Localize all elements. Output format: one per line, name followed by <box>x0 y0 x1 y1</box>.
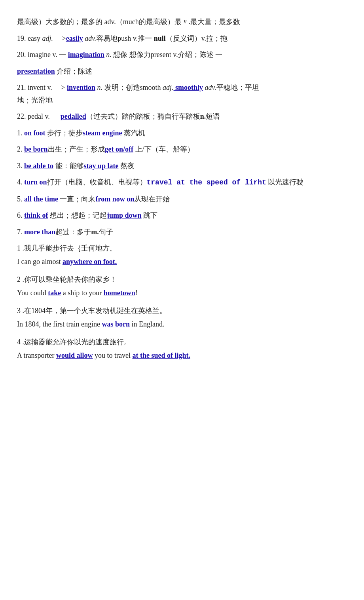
entry-num-20: 20. imagine v. 一 <box>17 51 68 59</box>
entry-adv-21: adv. <box>203 84 216 91</box>
entry-adj-21: adj. <box>163 84 174 91</box>
phrase-text-4b: 以光速行驶 <box>266 178 304 186</box>
sentence-2-en: You could take a ship to your hometown! <box>17 287 347 300</box>
entry-num-19: 19. easy <box>17 34 42 42</box>
s4-zh-text: 4 .运输器能允许你以光的速度旅行。 <box>17 338 131 346</box>
vocab-entry-19: 19. easy adj. —>easily adv.容易地push v.推一 … <box>17 32 347 45</box>
s1-en-pre: I can go almost <box>17 258 63 266</box>
vocab-entry-22: 22. pedal v. — pedalled（过去式）踏的踏板；骑自行车踏板n… <box>17 110 347 123</box>
phrase-turn-on: turn on <box>24 178 47 186</box>
entry-pedalled: pedalled <box>61 112 86 120</box>
entry-num-21: 21. invent v. —> <box>17 84 67 91</box>
phrase-num-7: 7. <box>17 228 24 236</box>
phrase-entry-1: 1. on foot 步行；徒步steam engine 蒸汽机 <box>17 127 347 140</box>
sentence-3-zh: 3 .在1804年，第一个火车发动机诞生在英格兰。 <box>17 305 347 317</box>
entry-text-presentation: 介绍；陈述 <box>55 67 93 75</box>
entry-n-21: n. <box>95 84 102 91</box>
vocab-entry-20: 20. imagine v. 一 imagination n. 想像 想像力pr… <box>17 49 347 61</box>
phrase-text-7a: 超过：多于 <box>55 228 91 236</box>
entry-text-19a: 容易地push v.推一 <box>96 34 154 42</box>
s4-en-speed: at the sued of light. <box>133 351 191 359</box>
vocab-line-0: 最高级）大多数的；最多的 adv.（much的最高级）最〃.最大量；最多数 <box>17 16 347 28</box>
phrase-entry-3: 3. be able to 能：能够stay up late 熬夜 <box>17 160 347 173</box>
s3-en-end: in England. <box>130 320 165 328</box>
entry-arrow-19: —> <box>53 34 66 42</box>
phrase-from-now-on: from now on <box>95 195 134 203</box>
s2-zh-text: 2 .你可以乘坐轮船去你的家乡！ <box>17 275 117 283</box>
entry-adv-19: adv. <box>83 34 97 42</box>
s2-en-take: take <box>48 289 61 297</box>
phrase-text-3a: 能：能够 <box>53 162 84 170</box>
s1-zh-text: 1 .我几乎能步行去｛壬何地方。 <box>17 244 117 252</box>
vocab-presentation: presentation 介绍；陈述 <box>17 65 347 78</box>
phrase-steam-engine: steam engine <box>83 129 122 137</box>
phrase-text-5b: 从现在开始 <box>134 195 170 203</box>
phrase-text-4a: 打开（电脑、收音机、电视等） <box>47 178 147 186</box>
s2-en-end: ! <box>135 289 138 297</box>
phrase-more-than: more than <box>24 228 55 236</box>
s3-en-pre: In 1804, the first train engine <box>17 320 102 328</box>
phrase-text-1a: 步行；徒步 <box>46 129 83 137</box>
sentence-3-en: In 1804, the first train engine was born… <box>17 318 347 331</box>
s3-en-was-born: was born <box>102 320 130 328</box>
phrase-num-4: 4. <box>17 178 24 186</box>
phrase-text-5a: 一直；向来 <box>58 195 96 203</box>
s4-en-would-allow: would allow <box>56 351 93 359</box>
s3-zh-text: 3 .在1804年，第一个火车发动机诞生在英格兰。 <box>17 307 167 315</box>
phrase-num-6: 6. <box>17 211 24 219</box>
entry-smoothly: smoothly <box>174 84 203 91</box>
phrase-text-3b: 熬夜 <box>119 162 135 170</box>
phrase-get-on-off: get on/off <box>105 145 133 153</box>
phrase-text-6b: 跳下 <box>142 211 158 219</box>
phrase-be-able-to: be able to <box>24 162 53 170</box>
vocab-text-0: 最高级）大多数的；最多的 adv.（much的最高级）最〃.最大量；最多数 <box>17 18 240 26</box>
phrase-text-2a: 出生；产生；形成 <box>48 145 105 153</box>
phrase-entry-6: 6. think of 想出；想起；记起jump down 跳下 <box>17 209 347 222</box>
phrase-on-foot: on foot <box>24 129 46 137</box>
sentence-4-en: A transporter would allow you to travel … <box>17 349 347 362</box>
entry-imagination: imagination <box>68 51 104 59</box>
s2-en-hometown: hometown <box>104 289 135 297</box>
s1-en-link: anywhere on foot. <box>63 258 117 266</box>
s2-en-mid: a ship to your <box>61 289 104 297</box>
s4-en-pre: A transporter <box>17 351 56 359</box>
phrase-num-2: 2. <box>17 145 24 153</box>
entry-invention: invention <box>67 84 95 91</box>
entry-adj-19: adj. <box>42 34 53 42</box>
phrase-be-born: be born <box>24 145 48 153</box>
phrase-entry-4: 4. turn on打开（电脑、收音机、电视等）travel at the sp… <box>17 176 347 189</box>
entry-num-22: 22. pedal v. — <box>17 112 61 120</box>
phrase-travel-speed: travel at the speed of lirht <box>147 178 266 186</box>
sentence-1-zh: 1 .我几乎能步行去｛壬何地方。 <box>17 242 347 255</box>
phrase-entry-2: 2. be born出生；产生；形成get on/off 上/下（车、船等） <box>17 143 347 156</box>
sentence-1-en: I can go almost anywhere on foot. <box>17 256 347 268</box>
phrase-jump-down: jump down <box>107 211 142 219</box>
sentence-2-zh: 2 .你可以乘坐轮船去你的家乡！ <box>17 273 347 286</box>
entry-text-21b: 平稳地；平坦 <box>216 84 259 91</box>
entry-easily: easily <box>66 34 83 42</box>
phrase-text-1b: 蒸汽机 <box>122 129 145 137</box>
phrase-text-7b: 句子 <box>99 228 113 236</box>
phrase-m: m. <box>91 228 99 236</box>
phrase-num-5: 5. <box>17 195 24 203</box>
entry-text-20: 想像 想像力present v.介绍；陈述 一 <box>112 51 222 59</box>
page-content: 最高级）大多数的；最多的 adv.（much的最高级）最〃.最大量；最多数 19… <box>17 16 347 362</box>
vocab-entry-21: 21. invent v. —> invention n. 发明；创造smoot… <box>17 82 347 106</box>
entry-null: null <box>154 34 166 42</box>
phrase-text-6a: 想出；想起；记起 <box>48 211 107 219</box>
phrase-all-the-time: all the time <box>24 195 58 203</box>
entry-presentation: presentation <box>17 67 55 75</box>
phrase-num-1: 1. <box>17 129 24 137</box>
s2-en-pre: You could <box>17 289 48 297</box>
entry-text-21a: 发明；创造smooth <box>102 84 163 91</box>
entry-n-20: n. <box>104 51 112 59</box>
entry-text-22a: （过去式）踏的踏板；骑自行车踏板 <box>86 112 200 120</box>
phrase-entry-7: 7. more than超过：多于m.句子 <box>17 226 347 239</box>
phrase-stay-up-late: stay up late <box>84 162 119 170</box>
phrase-text-2b: 上/下（车、船等） <box>133 145 194 153</box>
phrase-entry-5: 5. all the time 一直；向来from now on从现在开始 <box>17 193 347 206</box>
entry-text-22b: 短语 <box>206 112 220 120</box>
phrase-think-of: think of <box>24 211 48 219</box>
entry-text-19b: （反义词）v.拉；拖 <box>166 34 228 42</box>
sentence-4-zh: 4 .运输器能允许你以光的速度旅行。 <box>17 336 347 349</box>
